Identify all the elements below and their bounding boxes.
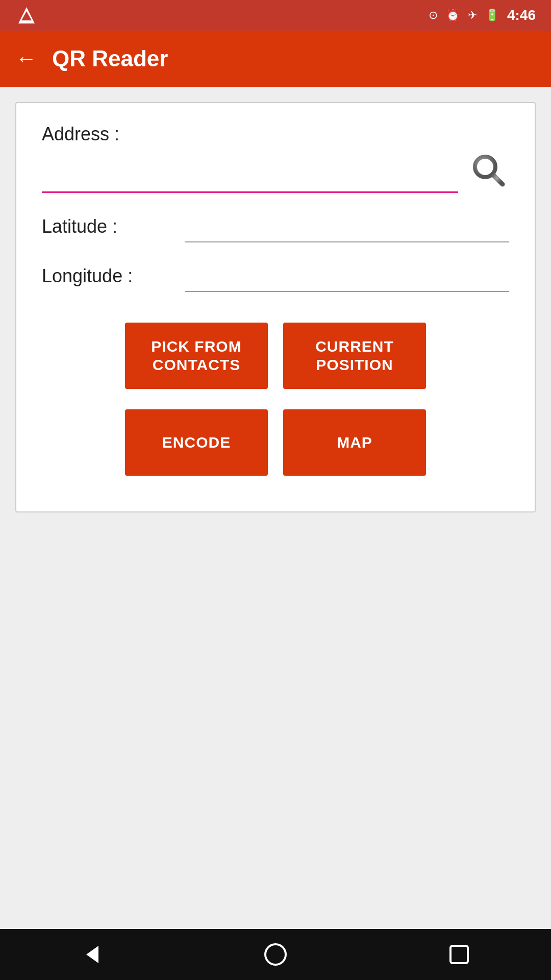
app-bar: ← QR Reader <box>0 31 551 87</box>
status-bar-icons: ⊙ ⏰ ✈ 🔋 4:46 <box>429 7 536 23</box>
address-input[interactable] <box>42 163 458 193</box>
map-button[interactable]: MAP <box>283 409 426 476</box>
latitude-row: Latitude : <box>42 213 509 242</box>
nav-home-icon <box>263 942 288 967</box>
buttons-row-1: PICK FROM CONTACTS CURRENT POSITION <box>42 323 509 389</box>
longitude-label: Longitude : <box>42 265 185 292</box>
status-time: 4:46 <box>507 7 536 23</box>
svg-line-3 <box>493 175 503 184</box>
latitude-label: Latitude : <box>42 216 185 242</box>
address-input-wrapper <box>42 163 458 193</box>
search-button[interactable] <box>468 150 509 191</box>
back-arrow-icon: ← <box>15 46 37 71</box>
nav-back-icon <box>79 942 105 967</box>
svg-point-5 <box>265 944 286 965</box>
latitude-input[interactable] <box>185 213 509 242</box>
nav-back-button[interactable] <box>71 934 112 975</box>
nav-bar <box>0 929 551 980</box>
back-button[interactable]: ← <box>15 46 37 71</box>
nav-recents-icon <box>446 942 472 967</box>
longitude-input[interactable] <box>185 263 509 292</box>
svg-rect-6 <box>450 946 468 963</box>
longitude-row: Longitude : <box>42 263 509 292</box>
address-row <box>42 150 509 193</box>
svg-marker-4 <box>86 946 98 963</box>
search-icon <box>471 153 507 188</box>
pick-from-contacts-button[interactable]: PICK FROM CONTACTS <box>125 323 268 389</box>
battery-icon: 🔋 <box>485 9 499 22</box>
airplane-icon: ✈ <box>468 9 477 22</box>
app-logo-icon <box>15 4 38 27</box>
encode-button[interactable]: ENCODE <box>125 409 268 476</box>
nav-recents-button[interactable] <box>439 934 480 975</box>
app-title: QR Reader <box>52 46 168 71</box>
current-position-button[interactable]: CURRENT POSITION <box>283 323 426 389</box>
main-content: Address : Latitude <box>0 87 551 929</box>
buttons-row-2: ENCODE MAP <box>42 409 509 476</box>
record-icon: ⊙ <box>429 9 438 22</box>
status-bar: ⊙ ⏰ ✈ 🔋 4:46 <box>0 0 551 31</box>
nav-home-button[interactable] <box>255 934 296 975</box>
address-label: Address : <box>42 124 509 145</box>
status-bar-left <box>15 4 38 27</box>
form-card: Address : Latitude <box>15 102 536 512</box>
alarm-icon: ⏰ <box>446 9 460 22</box>
